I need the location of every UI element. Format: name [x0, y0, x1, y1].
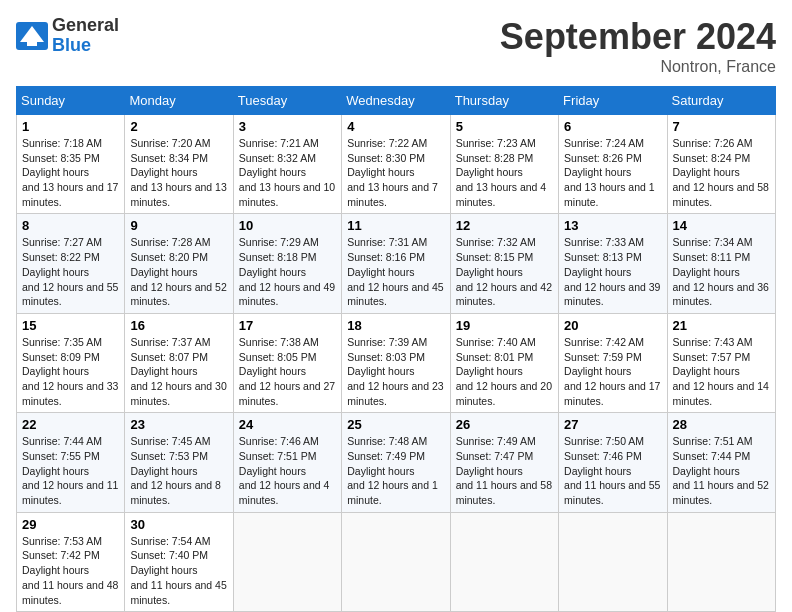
day-number: 28	[673, 417, 770, 432]
calendar-cell-12: 12 Sunrise: 7:32 AM Sunset: 8:15 PM Dayl…	[450, 214, 558, 313]
empty-cell	[342, 512, 450, 611]
cell-info: Sunrise: 7:33 AM Sunset: 8:13 PM Dayligh…	[564, 235, 661, 308]
calendar-cell-9: 9 Sunrise: 7:28 AM Sunset: 8:20 PM Dayli…	[125, 214, 233, 313]
calendar-cell-30: 30 Sunrise: 7:54 AM Sunset: 7:40 PM Dayl…	[125, 512, 233, 611]
col-thursday: Thursday	[450, 87, 558, 115]
day-number: 27	[564, 417, 661, 432]
cell-info: Sunrise: 7:22 AM Sunset: 8:30 PM Dayligh…	[347, 136, 444, 209]
logo: General Blue	[16, 16, 119, 56]
cell-info: Sunrise: 7:45 AM Sunset: 7:53 PM Dayligh…	[130, 434, 227, 507]
day-number: 5	[456, 119, 553, 134]
day-number: 3	[239, 119, 336, 134]
day-number: 15	[22, 318, 119, 333]
logo-icon	[16, 22, 48, 50]
empty-cell	[450, 512, 558, 611]
col-friday: Friday	[559, 87, 667, 115]
calendar-week-4: 22 Sunrise: 7:44 AM Sunset: 7:55 PM Dayl…	[17, 413, 776, 512]
cell-info: Sunrise: 7:49 AM Sunset: 7:47 PM Dayligh…	[456, 434, 553, 507]
empty-cell	[667, 512, 775, 611]
calendar-week-3: 15 Sunrise: 7:35 AM Sunset: 8:09 PM Dayl…	[17, 313, 776, 412]
day-number: 29	[22, 517, 119, 532]
calendar-cell-8: 8 Sunrise: 7:27 AM Sunset: 8:22 PM Dayli…	[17, 214, 125, 313]
calendar-cell-25: 25 Sunrise: 7:48 AM Sunset: 7:49 PM Dayl…	[342, 413, 450, 512]
day-number: 7	[673, 119, 770, 134]
cell-info: Sunrise: 7:43 AM Sunset: 7:57 PM Dayligh…	[673, 335, 770, 408]
cell-info: Sunrise: 7:29 AM Sunset: 8:18 PM Dayligh…	[239, 235, 336, 308]
col-wednesday: Wednesday	[342, 87, 450, 115]
calendar-header-row: Sunday Monday Tuesday Wednesday Thursday…	[17, 87, 776, 115]
calendar-cell-23: 23 Sunrise: 7:45 AM Sunset: 7:53 PM Dayl…	[125, 413, 233, 512]
day-number: 30	[130, 517, 227, 532]
day-number: 24	[239, 417, 336, 432]
logo-line1: General	[52, 16, 119, 36]
calendar-cell-18: 18 Sunrise: 7:39 AM Sunset: 8:03 PM Dayl…	[342, 313, 450, 412]
calendar-cell-19: 19 Sunrise: 7:40 AM Sunset: 8:01 PM Dayl…	[450, 313, 558, 412]
cell-info: Sunrise: 7:37 AM Sunset: 8:07 PM Dayligh…	[130, 335, 227, 408]
cell-info: Sunrise: 7:26 AM Sunset: 8:24 PM Dayligh…	[673, 136, 770, 209]
logo-line2: Blue	[52, 36, 119, 56]
cell-info: Sunrise: 7:40 AM Sunset: 8:01 PM Dayligh…	[456, 335, 553, 408]
day-number: 11	[347, 218, 444, 233]
calendar-cell-13: 13 Sunrise: 7:33 AM Sunset: 8:13 PM Dayl…	[559, 214, 667, 313]
cell-info: Sunrise: 7:28 AM Sunset: 8:20 PM Dayligh…	[130, 235, 227, 308]
cell-info: Sunrise: 7:27 AM Sunset: 8:22 PM Dayligh…	[22, 235, 119, 308]
cell-info: Sunrise: 7:50 AM Sunset: 7:46 PM Dayligh…	[564, 434, 661, 507]
empty-cell	[559, 512, 667, 611]
calendar-cell-16: 16 Sunrise: 7:37 AM Sunset: 8:07 PM Dayl…	[125, 313, 233, 412]
day-number: 14	[673, 218, 770, 233]
cell-info: Sunrise: 7:53 AM Sunset: 7:42 PM Dayligh…	[22, 534, 119, 607]
calendar-cell-22: 22 Sunrise: 7:44 AM Sunset: 7:55 PM Dayl…	[17, 413, 125, 512]
calendar-week-2: 8 Sunrise: 7:27 AM Sunset: 8:22 PM Dayli…	[17, 214, 776, 313]
calendar-cell-7: 7 Sunrise: 7:26 AM Sunset: 8:24 PM Dayli…	[667, 115, 775, 214]
calendar-table: Sunday Monday Tuesday Wednesday Thursday…	[16, 86, 776, 612]
calendar-cell-4: 4 Sunrise: 7:22 AM Sunset: 8:30 PM Dayli…	[342, 115, 450, 214]
calendar-cell-17: 17 Sunrise: 7:38 AM Sunset: 8:05 PM Dayl…	[233, 313, 341, 412]
day-number: 19	[456, 318, 553, 333]
day-number: 20	[564, 318, 661, 333]
month-title: September 2024	[500, 16, 776, 58]
calendar-cell-1: 1 Sunrise: 7:18 AM Sunset: 8:35 PM Dayli…	[17, 115, 125, 214]
cell-info: Sunrise: 7:31 AM Sunset: 8:16 PM Dayligh…	[347, 235, 444, 308]
cell-info: Sunrise: 7:34 AM Sunset: 8:11 PM Dayligh…	[673, 235, 770, 308]
day-number: 21	[673, 318, 770, 333]
calendar-cell-20: 20 Sunrise: 7:42 AM Sunset: 7:59 PM Dayl…	[559, 313, 667, 412]
cell-info: Sunrise: 7:54 AM Sunset: 7:40 PM Dayligh…	[130, 534, 227, 607]
col-tuesday: Tuesday	[233, 87, 341, 115]
day-number: 23	[130, 417, 227, 432]
calendar-cell-11: 11 Sunrise: 7:31 AM Sunset: 8:16 PM Dayl…	[342, 214, 450, 313]
day-number: 16	[130, 318, 227, 333]
calendar-body: 1 Sunrise: 7:18 AM Sunset: 8:35 PM Dayli…	[17, 115, 776, 612]
calendar-cell-26: 26 Sunrise: 7:49 AM Sunset: 7:47 PM Dayl…	[450, 413, 558, 512]
day-number: 1	[22, 119, 119, 134]
cell-info: Sunrise: 7:46 AM Sunset: 7:51 PM Dayligh…	[239, 434, 336, 507]
cell-info: Sunrise: 7:42 AM Sunset: 7:59 PM Dayligh…	[564, 335, 661, 408]
cell-info: Sunrise: 7:38 AM Sunset: 8:05 PM Dayligh…	[239, 335, 336, 408]
col-monday: Monday	[125, 87, 233, 115]
day-number: 17	[239, 318, 336, 333]
calendar-cell-14: 14 Sunrise: 7:34 AM Sunset: 8:11 PM Dayl…	[667, 214, 775, 313]
cell-info: Sunrise: 7:18 AM Sunset: 8:35 PM Dayligh…	[22, 136, 119, 209]
cell-info: Sunrise: 7:21 AM Sunset: 8:32 AM Dayligh…	[239, 136, 336, 209]
day-number: 26	[456, 417, 553, 432]
cell-info: Sunrise: 7:39 AM Sunset: 8:03 PM Dayligh…	[347, 335, 444, 408]
cell-info: Sunrise: 7:32 AM Sunset: 8:15 PM Dayligh…	[456, 235, 553, 308]
day-number: 6	[564, 119, 661, 134]
cell-info: Sunrise: 7:24 AM Sunset: 8:26 PM Dayligh…	[564, 136, 661, 209]
cell-info: Sunrise: 7:48 AM Sunset: 7:49 PM Dayligh…	[347, 434, 444, 507]
calendar-cell-6: 6 Sunrise: 7:24 AM Sunset: 8:26 PM Dayli…	[559, 115, 667, 214]
calendar-cell-3: 3 Sunrise: 7:21 AM Sunset: 8:32 AM Dayli…	[233, 115, 341, 214]
calendar-cell-2: 2 Sunrise: 7:20 AM Sunset: 8:34 PM Dayli…	[125, 115, 233, 214]
col-sunday: Sunday	[17, 87, 125, 115]
calendar-cell-27: 27 Sunrise: 7:50 AM Sunset: 7:46 PM Dayl…	[559, 413, 667, 512]
day-number: 12	[456, 218, 553, 233]
day-number: 8	[22, 218, 119, 233]
col-saturday: Saturday	[667, 87, 775, 115]
cell-info: Sunrise: 7:51 AM Sunset: 7:44 PM Dayligh…	[673, 434, 770, 507]
cell-info: Sunrise: 7:20 AM Sunset: 8:34 PM Dayligh…	[130, 136, 227, 209]
title-block: September 2024 Nontron, France	[500, 16, 776, 76]
day-number: 13	[564, 218, 661, 233]
calendar-week-5: 29 Sunrise: 7:53 AM Sunset: 7:42 PM Dayl…	[17, 512, 776, 611]
svg-rect-2	[27, 36, 37, 46]
calendar-cell-28: 28 Sunrise: 7:51 AM Sunset: 7:44 PM Dayl…	[667, 413, 775, 512]
calendar-cell-24: 24 Sunrise: 7:46 AM Sunset: 7:51 PM Dayl…	[233, 413, 341, 512]
